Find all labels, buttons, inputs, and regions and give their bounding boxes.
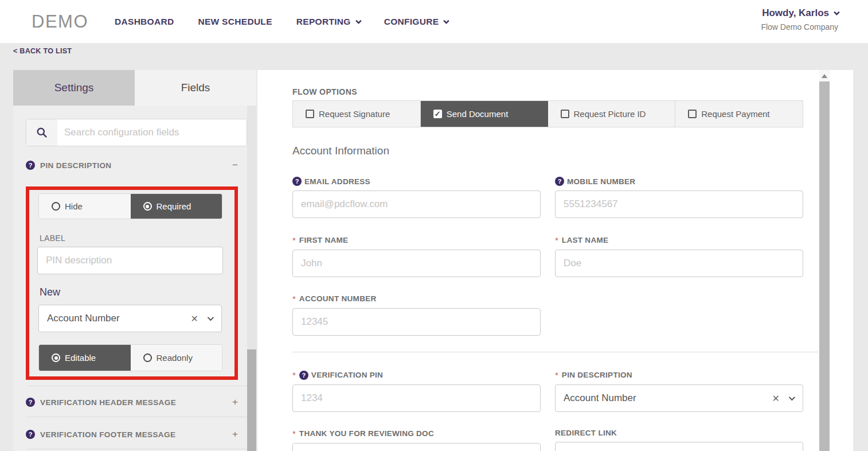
toggle-option-readonly[interactable]: Readonly: [131, 345, 222, 371]
checkbox-checked-icon: [433, 110, 442, 118]
new-caption: New: [40, 286, 60, 298]
field-last-name: * LAST NAME: [555, 235, 803, 277]
pin-label-input[interactable]: [37, 247, 223, 274]
help-icon[interactable]: [26, 398, 35, 407]
collapse-icon[interactable]: −: [232, 160, 238, 171]
accordion-verification-header[interactable]: VERIFICATION HEADER MESSAGE +: [26, 395, 247, 410]
chevron-down-icon: [208, 314, 214, 321]
radio-unselected-icon: [143, 353, 152, 362]
field-mobile-number: MOBILE NUMBER: [555, 177, 803, 218]
highlighted-pin-panel: Hide Required LABEL New Account Number ✕: [26, 186, 238, 380]
required-asterisk: *: [292, 370, 296, 380]
search-icon: [26, 119, 57, 146]
main-scrollbar[interactable]: [819, 70, 830, 451]
flow-options-label: FLOW OPTIONS: [292, 87, 357, 96]
user-menu[interactable]: Howdy, Karlos: [762, 7, 838, 19]
divider: [292, 352, 818, 352]
first-name-input[interactable]: [292, 250, 541, 277]
nav-item-reporting[interactable]: REPORTING: [296, 17, 360, 27]
verification-pin-input[interactable]: [292, 384, 541, 412]
account-number-input[interactable]: [292, 308, 541, 336]
back-to-list-link[interactable]: < BACK TO LIST: [13, 47, 72, 55]
radio-selected-icon: [52, 353, 60, 362]
flow-option-request-payment[interactable]: Request Payment: [675, 101, 803, 127]
accordion-pin-description[interactable]: PIN DESCRIPTION −: [26, 158, 247, 173]
nav-item-new-schedule[interactable]: NEW SCHEDULE: [198, 17, 272, 27]
pin-type-select[interactable]: Account Number ✕: [38, 305, 222, 332]
help-icon[interactable]: [26, 161, 35, 170]
divider: [27, 449, 247, 449]
help-icon[interactable]: [292, 177, 302, 186]
tab-settings[interactable]: Settings: [13, 70, 135, 106]
expand-icon[interactable]: +: [232, 396, 238, 408]
account-information-title: Account Information: [292, 145, 389, 157]
field-thank-you-doc: * THANK YOU FOR REVIEWING DOC: [292, 429, 541, 451]
field-first-name: * FIRST NAME: [292, 235, 541, 277]
toggle-option-editable[interactable]: Editable: [39, 345, 131, 371]
required-asterisk: *: [555, 370, 558, 380]
thank-you-doc-input[interactable]: [292, 443, 541, 451]
checkbox-unchecked-icon: [561, 110, 569, 118]
chevron-down-icon: [355, 17, 361, 24]
help-icon[interactable]: [299, 371, 308, 380]
search-input[interactable]: [57, 119, 247, 146]
divider: [27, 386, 247, 386]
scrollbar-thumb[interactable]: [247, 349, 256, 451]
scrollbar-thumb[interactable]: [819, 81, 830, 451]
accordion-verification-footer[interactable]: VERIFICATION FOOTER MESSAGE +: [26, 427, 247, 442]
email-address-input[interactable]: [292, 190, 541, 218]
flow-option-request-signature[interactable]: Request Signature: [293, 101, 421, 127]
chevron-down-icon: [443, 17, 449, 24]
field-email-address: EMAIL ADDRESS: [292, 177, 541, 218]
field-verification-pin: * VERIFICATION PIN: [292, 370, 541, 412]
checkbox-unchecked-icon: [306, 110, 314, 118]
sidebar-tabs: Settings Fields: [13, 70, 256, 106]
field-pin-description: * PIN DESCRIPTION Account Number ✕: [555, 370, 803, 412]
field-account-number: * ACCOUNT NUMBER: [292, 294, 541, 336]
config-search: [26, 119, 247, 146]
chevron-down-icon: [789, 394, 795, 401]
required-asterisk: *: [292, 429, 296, 438]
clear-icon[interactable]: ✕: [191, 313, 198, 324]
help-icon[interactable]: [26, 430, 35, 439]
divider: [27, 417, 247, 417]
checkbox-unchecked-icon: [688, 110, 697, 118]
scroll-up-arrow-icon[interactable]: [819, 70, 830, 81]
nav-item-configure[interactable]: CONFIGURE: [384, 17, 448, 27]
demo-logo[interactable]: DEMO: [32, 11, 88, 32]
last-name-input[interactable]: [555, 250, 803, 277]
nav-item-dashboard[interactable]: DASHBOARD: [115, 17, 174, 27]
help-icon[interactable]: [555, 177, 564, 186]
flow-option-request-picture-id[interactable]: Request Picture ID: [548, 101, 676, 127]
flow-options-bar: Request Signature Send Document Request …: [292, 100, 803, 127]
field-redirect-link: REDIRECT LINK: [555, 429, 803, 451]
expand-icon[interactable]: +: [232, 429, 238, 440]
top-nav: DEMO DASHBOARD NEW SCHEDULE REPORTING CO…: [0, 0, 868, 43]
tab-fields[interactable]: Fields: [135, 70, 256, 106]
toggle-option-required[interactable]: Required: [131, 194, 222, 219]
flow-option-send-document[interactable]: Send Document: [421, 101, 548, 127]
main-panel: FLOW OPTIONS Request Signature Send Docu…: [257, 70, 853, 451]
sidebar-scrollbar[interactable]: [247, 106, 256, 451]
required-asterisk: *: [292, 294, 296, 304]
redirect-link-input[interactable]: [555, 442, 803, 451]
company-name: Flow Demo Company: [761, 22, 838, 32]
mobile-number-input[interactable]: [555, 190, 803, 218]
radio-unselected-icon: [52, 202, 60, 211]
pin-description-select[interactable]: Account Number ✕: [555, 384, 803, 412]
required-asterisk: *: [555, 235, 558, 245]
toggle-option-hide[interactable]: Hide: [39, 194, 131, 219]
label-caption: LABEL: [40, 234, 65, 243]
app-root: DEMO DASHBOARD NEW SCHEDULE REPORTING CO…: [0, 0, 868, 451]
radio-selected-icon: [143, 202, 152, 211]
clear-icon[interactable]: ✕: [772, 393, 780, 404]
visibility-toggle: Hide Required: [38, 193, 222, 219]
settings-sidebar: Settings Fields PIN DESCRIPTION − Hide: [13, 70, 256, 451]
mode-toggle: Editable Readonly: [38, 344, 222, 371]
required-asterisk: *: [292, 235, 296, 245]
